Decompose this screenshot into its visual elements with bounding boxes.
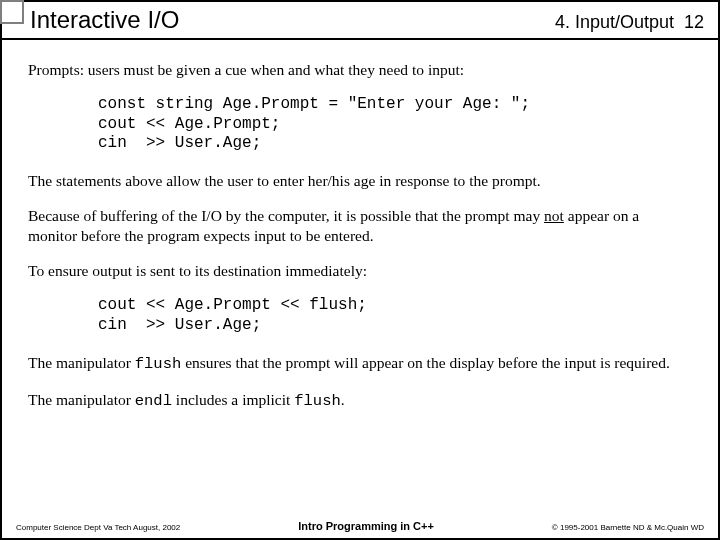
buffer-text-a: Because of buffering of the I/O by the c… xyxy=(28,207,544,224)
endl-b: includes a implicit xyxy=(172,391,294,408)
explain-1: The statements above allow the user to e… xyxy=(28,171,692,190)
slide-footer: Computer Science Dept Va Tech August, 20… xyxy=(2,520,718,532)
prompt-intro: Prompts: users must be given a cue when … xyxy=(28,60,692,79)
slide-body: Prompts: users must be given a cue when … xyxy=(2,40,718,412)
footer-right: © 1995-2001 Barnette ND & Mc.Quain WD xyxy=(552,523,704,532)
flush-a: The manipulator xyxy=(28,354,135,371)
page-number: 12 xyxy=(684,12,704,32)
not-underline: not xyxy=(544,207,564,224)
footer-center: Intro Programming in C++ xyxy=(298,520,434,532)
code-block-2: cout << Age.Prompt << flush; cin >> User… xyxy=(98,296,692,334)
flush-note: The manipulator flush ensures that the p… xyxy=(28,353,692,374)
flush-code-2: flush xyxy=(294,392,341,410)
chapter-block: 4. Input/Output 12 xyxy=(555,12,704,33)
slide-title: Interactive I/O xyxy=(30,6,179,34)
corner-decoration xyxy=(0,0,24,24)
endl-a: The manipulator xyxy=(28,391,135,408)
endl-note: The manipulator endl includes a implicit… xyxy=(28,390,692,411)
flush-b: ensures that the prompt will appear on t… xyxy=(181,354,670,371)
buffering-note: Because of buffering of the I/O by the c… xyxy=(28,206,692,245)
slide-frame: Interactive I/O 4. Input/Output 12 Promp… xyxy=(0,0,720,540)
chapter-label: 4. Input/Output xyxy=(555,12,674,32)
endl-code: endl xyxy=(135,392,172,410)
code-block-1: const string Age.Prompt = "Enter your Ag… xyxy=(98,95,692,153)
footer-left: Computer Science Dept Va Tech August, 20… xyxy=(16,523,180,532)
slide-header: Interactive I/O 4. Input/Output 12 xyxy=(2,2,718,40)
endl-c: . xyxy=(341,391,345,408)
flush-code: flush xyxy=(135,355,182,373)
ensure-intro: To ensure output is sent to its destinat… xyxy=(28,261,692,280)
